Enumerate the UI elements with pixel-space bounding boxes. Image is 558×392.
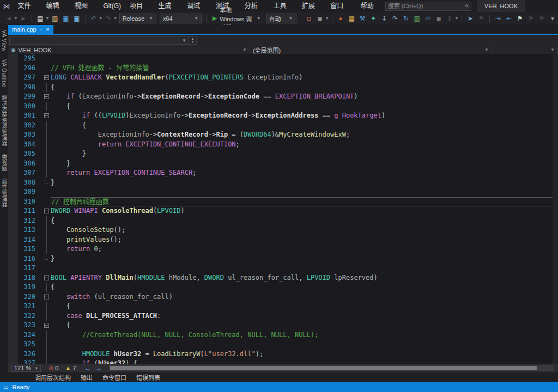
panel-tab-output[interactable]: 输出 [81,373,93,382]
fold-margin[interactable] [42,187,51,197]
menu-item-edit[interactable]: 编辑(E) [41,0,70,12]
fold-margin[interactable] [42,350,51,359]
code-line[interactable]: 306 } [8,159,558,169]
fold-margin[interactable] [42,340,51,350]
breakpoint-margin[interactable] [8,311,18,321]
breakpoint-margin[interactable] [8,102,18,112]
breakpoint-margin[interactable] [8,254,18,264]
error-count[interactable]: 0 [55,365,58,371]
undo-icon[interactable]: ↶ [89,14,99,23]
breakpoint-margin[interactable] [8,206,18,216]
fold-margin[interactable] [42,54,51,64]
code-line[interactable]: 324 //CreateThread(NULL, NULL, ConsoleTh… [8,330,558,340]
chevron-down-icon[interactable]: ▼ [325,16,329,21]
indent-icon[interactable]: ⇥ [493,14,503,23]
platform-dropdown[interactable]: x64 ▼ [160,14,202,23]
warning-count[interactable]: 7 [72,365,76,371]
breakpoint-margin[interactable] [8,292,18,302]
code-line[interactable]: 313 ConsoleSetup(); [8,225,558,235]
navigate-forward-icon[interactable]: → [96,364,102,372]
new-file-icon[interactable]: ▤ [35,14,45,23]
fold-margin[interactable] [42,149,51,159]
code-line[interactable]: 302 { [8,121,558,131]
breakpoint-margin[interactable] [8,197,18,207]
fold-margin[interactable] [42,83,51,93]
sidebar-tab-class-view[interactable]: 类视图 [0,150,8,175]
fold-margin[interactable] [42,283,51,292]
code-line[interactable]: 309 [8,187,558,197]
fold-margin[interactable] [42,330,51,340]
code-line[interactable]: 321 { [8,302,558,311]
fold-margin[interactable] [42,359,51,364]
code-line[interactable]: 301− if ((LPVOID)ExceptionInfo->Exceptio… [8,111,558,121]
sidebar-tab-property-manager[interactable]: 属性管理器 [0,175,8,211]
fold-margin[interactable] [42,130,51,140]
code-line[interactable]: 319{ [8,283,558,292]
menu-item-project[interactable]: 项目(P) [125,0,154,12]
breakpoint-margin[interactable] [8,149,18,159]
breakpoint-margin[interactable] [8,273,18,283]
code-line[interactable]: 322 case DLL_PROCESS_ATTACH: [8,311,558,321]
vertical-scrollbar[interactable] [553,54,558,364]
fold-margin[interactable] [42,121,51,131]
fold-collapse-icon[interactable]: − [44,75,49,80]
horizontal-scrollbar-thumb[interactable] [110,366,537,370]
menu-item-git[interactable]: Git(G) [99,0,125,12]
sidebar-tab-va-view[interactable]: VA View [1,26,7,56]
code-line[interactable]: 316} [8,254,558,264]
menu-item-tools[interactable]: 工具(T) [269,0,298,12]
fold-margin[interactable]: − [42,206,51,216]
menu-item-build[interactable]: 生成(B) [154,0,183,12]
menu-item-window[interactable]: 窗口(W) [326,0,356,12]
breakpoint-margin[interactable] [8,340,18,350]
fold-margin[interactable]: − [42,292,51,302]
fold-margin[interactable] [42,159,51,169]
fold-collapse-icon[interactable]: − [44,94,49,99]
breakpoint-margin[interactable] [8,321,18,330]
code-line[interactable]: 307 return EXCEPTION_CONTINUE_SEARCH; [8,168,558,178]
menu-item-debug[interactable]: 调试(D) [183,0,211,12]
code-line[interactable]: 318−BOOL APIENTRY DllMain(HMODULE hModul… [8,273,558,283]
breakpoint-margin[interactable] [8,140,18,150]
va-context-dropdown[interactable]: ▼ [9,36,189,45]
attach-process-icon[interactable]: ◘ [304,14,314,23]
chevron-down-icon[interactable]: ▼ [113,16,118,21]
navigate-backward-icon[interactable]: ← [85,364,92,372]
step-into-icon[interactable]: ↧ [379,14,389,23]
breakpoint-margin[interactable] [8,235,18,245]
auto-dropdown[interactable]: 自动 ▼ [266,14,296,23]
code-line[interactable]: 325 [8,340,558,350]
scope-dropdown[interactable]: (全局范围) ▼ [250,46,492,54]
breakpoint-margin[interactable] [8,178,18,188]
code-line[interactable]: 303 ExceptionInfo->ContextRecord->Rip = … [8,130,558,140]
restart-icon[interactable]: ↻ [401,14,411,23]
fold-collapse-icon[interactable]: − [44,209,49,213]
fold-margin[interactable] [42,264,51,273]
fold-collapse-icon[interactable]: − [44,323,49,328]
chevron-down-icon[interactable]: ▼ [45,16,50,21]
panel-tab-call-hierarchy[interactable]: 调用层次结构 [35,373,71,382]
navigate-back-icon[interactable]: ◄ [4,14,14,23]
tab-main-cpp[interactable]: main.cpp ◦ ✕ [8,25,53,34]
step-over-icon[interactable]: ↷ [390,14,400,23]
breakpoint-margin[interactable] [8,111,18,121]
code-line[interactable]: 323− { [8,321,558,330]
diagnostics-icon[interactable]: ▥ [412,14,422,23]
screenshot-icon[interactable]: ◙ [315,14,325,23]
code-line[interactable]: 314 printValues(); [8,235,558,245]
navigate-forward-icon[interactable]: ► [19,14,28,23]
lock-icon[interactable]: ◙ [434,14,444,23]
pin-icon[interactable]: ◦ [40,27,42,32]
panel-tab-error-list[interactable]: 错误列表 [136,373,160,382]
search-input[interactable] [388,3,465,9]
breakpoint-margin[interactable] [8,244,18,254]
fold-margin[interactable] [42,311,51,321]
fold-margin[interactable] [42,302,51,311]
breakpoint-margin[interactable] [8,92,18,102]
fold-margin[interactable] [42,254,51,264]
fold-margin[interactable]: − [42,273,51,283]
code-line[interactable]: 326 HMODULE hUser32 = LoadLibraryW(L"use… [8,350,558,359]
fold-margin[interactable] [42,178,51,188]
breakpoint-margin[interactable] [8,73,18,83]
breakpoint-margin[interactable] [8,225,18,235]
